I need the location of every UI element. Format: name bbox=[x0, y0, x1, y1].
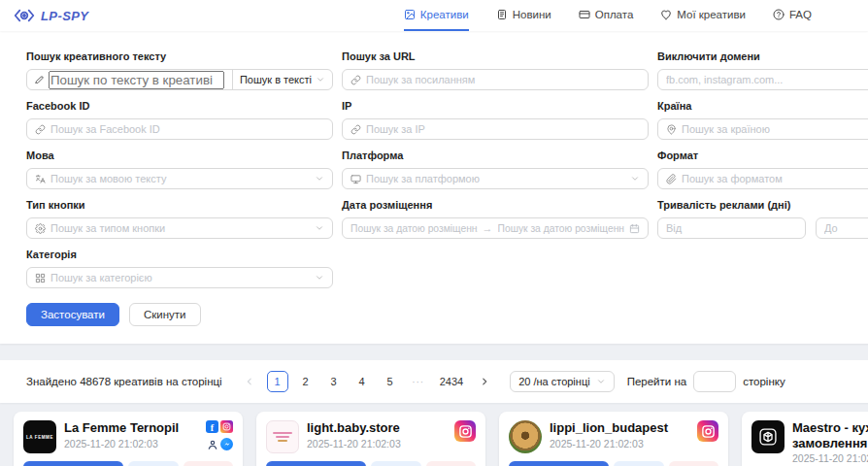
nav-news[interactable]: Новини bbox=[496, 0, 551, 31]
chevron-down-icon bbox=[630, 174, 640, 183]
page-size-select[interactable]: 20 /на сторінці bbox=[510, 371, 615, 392]
filter-duration: Тривалість реклами (дні) bbox=[657, 189, 868, 239]
pagination-ellipsis[interactable]: ··· bbox=[408, 371, 429, 392]
button-type-select[interactable] bbox=[26, 217, 333, 239]
date-to-input[interactable] bbox=[498, 223, 625, 234]
preview-button[interactable] bbox=[128, 461, 179, 466]
category-select[interactable] bbox=[26, 267, 333, 288]
grid-icon bbox=[35, 273, 46, 283]
days-badge-button[interactable]: 0 days bbox=[509, 461, 609, 466]
filter-label: Тип кнопки bbox=[26, 199, 333, 211]
favorite-button[interactable] bbox=[669, 461, 719, 466]
instagram-icon[interactable] bbox=[454, 420, 476, 442]
preview-button[interactable] bbox=[371, 461, 421, 466]
filter-url: Пошук за URL bbox=[342, 41, 649, 90]
facebook-icon[interactable]: f bbox=[206, 420, 218, 433]
days-badge-button[interactable]: 3 days bbox=[266, 461, 366, 466]
favorite-button[interactable] bbox=[426, 461, 477, 466]
creatives-grid: LA FEMME La Femme Ternopil 2025-11-20 21… bbox=[0, 412, 868, 466]
duration-to-input[interactable] bbox=[824, 222, 868, 234]
goto-page: Перейти на сторінку bbox=[627, 371, 785, 392]
pagination-page-5[interactable]: 5 bbox=[380, 371, 401, 392]
card-title: light.baby.store bbox=[307, 420, 447, 436]
category-input[interactable] bbox=[50, 272, 310, 283]
url-input[interactable] bbox=[366, 74, 640, 85]
platform-input[interactable] bbox=[366, 173, 625, 184]
pagination-page-2[interactable]: 2 bbox=[295, 371, 317, 392]
nav-my-creatives[interactable]: Мої креативи bbox=[660, 0, 746, 31]
platform-select[interactable] bbox=[342, 168, 649, 189]
filter-panel: Пошук креативного тексту Пошук в тексті … bbox=[0, 31, 868, 344]
instagram-icon[interactable] bbox=[697, 420, 718, 442]
days-badge-button[interactable]: 3 days bbox=[23, 461, 123, 466]
filter-label: Мова bbox=[26, 150, 333, 161]
chevron-down-icon bbox=[315, 273, 324, 283]
goto-page-input[interactable] bbox=[693, 371, 736, 392]
date-range-picker[interactable]: → bbox=[342, 217, 649, 239]
filter-label: Тривалість реклами (дні) bbox=[657, 199, 868, 211]
pagination-prev-button[interactable] bbox=[239, 371, 260, 392]
heart-icon bbox=[660, 9, 672, 20]
pencil-icon bbox=[35, 76, 44, 84]
news-icon bbox=[496, 9, 508, 20]
image-icon bbox=[404, 9, 416, 20]
filter-exclude-domains: Виключити домени bbox=[657, 41, 868, 90]
pagination-page-1[interactable]: 1 bbox=[267, 371, 288, 392]
card-date: 2025-11-20 21:02:03 bbox=[64, 438, 198, 449]
avatar: LA FEMME bbox=[23, 420, 56, 453]
messenger-icon[interactable] bbox=[220, 438, 233, 450]
filter-label: Формат bbox=[657, 150, 868, 161]
nav-payment[interactable]: Оплата bbox=[579, 0, 634, 31]
filter-placement-date: Дата розміщення → bbox=[342, 189, 649, 239]
creative-card[interactable]: light.baby.store 2025-11-20 21:02:03 3 d… bbox=[256, 412, 485, 466]
logo-text: LP-SPY bbox=[41, 9, 88, 23]
ip-input[interactable] bbox=[366, 123, 640, 135]
filter-facebook-id: Facebook ID bbox=[26, 90, 333, 140]
chevron-down-icon bbox=[316, 75, 325, 84]
nav-faq[interactable]: FAQ bbox=[773, 0, 812, 31]
language-input[interactable] bbox=[50, 173, 310, 184]
language-select[interactable] bbox=[26, 168, 333, 189]
pagination: 1 2 3 4 5 ··· 2434 bbox=[239, 371, 495, 392]
button-type-input[interactable] bbox=[50, 222, 310, 234]
audience-network-icon[interactable] bbox=[206, 438, 218, 450]
filter-label: Платформа bbox=[342, 150, 649, 161]
link-icon bbox=[351, 124, 361, 135]
platform-icon bbox=[351, 174, 361, 184]
exclude-domains-input[interactable] bbox=[666, 74, 868, 85]
nav-creatives[interactable]: Креативи bbox=[404, 0, 469, 31]
nav-label: FAQ bbox=[789, 9, 812, 20]
nav-label: Мої креативи bbox=[677, 9, 746, 20]
translate-icon bbox=[35, 174, 46, 184]
pagination-page-last[interactable]: 2434 bbox=[436, 371, 467, 392]
creative-card[interactable]: Maestro - кухні, меблі на замовлення в У… bbox=[742, 412, 868, 466]
pagination-page-4[interactable]: 4 bbox=[351, 371, 373, 392]
creative-card[interactable]: lippi_lion_budapest 2025-11-20 21:02:03 … bbox=[499, 412, 728, 466]
preview-button[interactable] bbox=[614, 461, 664, 466]
apply-button[interactable]: Застосувати bbox=[26, 303, 119, 326]
text-search-mode-select[interactable]: Пошук в тексті bbox=[232, 70, 332, 89]
filter-format: Формат bbox=[657, 140, 868, 189]
chevron-left-icon bbox=[245, 377, 254, 386]
favorite-button[interactable] bbox=[184, 461, 234, 466]
instagram-icon[interactable] bbox=[220, 420, 233, 433]
creative-card[interactable]: LA FEMME La Femme Ternopil 2025-11-20 21… bbox=[14, 412, 243, 466]
pagination-page-3[interactable]: 3 bbox=[323, 371, 345, 392]
link-icon bbox=[35, 124, 46, 135]
facebook-id-input[interactable] bbox=[50, 123, 324, 135]
filter-creative-text: Пошук креативного тексту Пошук в тексті bbox=[26, 41, 333, 90]
creative-text-input[interactable] bbox=[49, 71, 224, 89]
format-input[interactable] bbox=[682, 173, 868, 184]
filter-button-type: Тип кнопки bbox=[26, 189, 333, 239]
gear-icon bbox=[35, 223, 46, 234]
card-date: 2025-11-20 21:02:03 bbox=[307, 438, 447, 449]
logo[interactable]: LP-SPY bbox=[14, 8, 88, 23]
reset-button[interactable]: Скинути bbox=[129, 303, 201, 326]
pagination-next-button[interactable] bbox=[474, 371, 495, 392]
duration-from-input[interactable] bbox=[666, 222, 797, 234]
country-input[interactable] bbox=[682, 123, 868, 135]
goto-suffix: сторінку bbox=[743, 376, 785, 387]
date-from-input[interactable] bbox=[351, 223, 478, 234]
filter-label: Facebook ID bbox=[26, 100, 333, 112]
card-title: La Femme Ternopil bbox=[64, 420, 198, 436]
